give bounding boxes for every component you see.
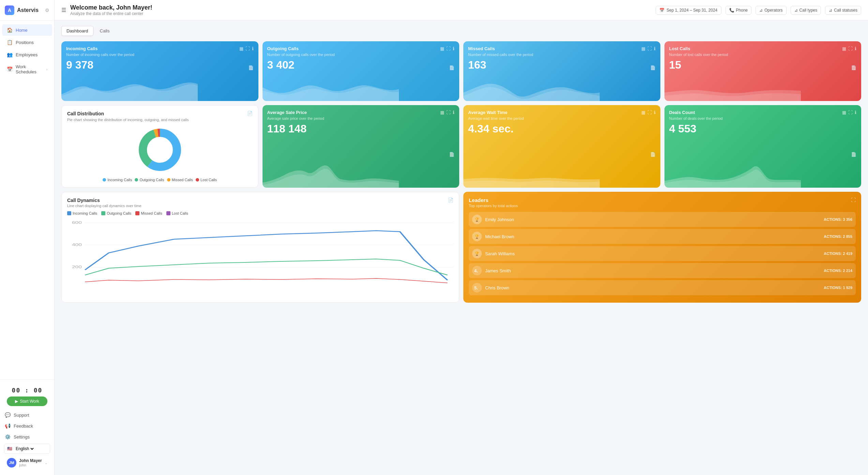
sidebar-item-settings[interactable]: ⚙️ Settings bbox=[2, 431, 52, 442]
leader-actions-3: ACTIONS: 2 214 bbox=[824, 269, 852, 273]
expand-icon-3[interactable]: ⛶ bbox=[647, 46, 652, 51]
sidebar-item-feedback[interactable]: 📢 Feedback bbox=[2, 420, 52, 431]
distribution-doc-icon[interactable]: 📄 bbox=[247, 111, 253, 116]
lost-calls-value: 15 bbox=[669, 59, 857, 71]
sidebar-bottom: 00 : 00 ▶ Start Work 💬 Support 📢 Feedbac… bbox=[0, 379, 54, 475]
language-dropdown[interactable]: English bbox=[14, 446, 35, 451]
info-icon-2[interactable]: ℹ bbox=[453, 46, 454, 51]
operators-filter[interactable]: ⊿ Operators bbox=[755, 6, 786, 15]
doc-icon[interactable]: 📄 bbox=[248, 65, 254, 70]
sidebar-item-employees[interactable]: 👥 Employees bbox=[2, 49, 52, 60]
info-icon-6[interactable]: ℹ bbox=[654, 110, 656, 115]
leader-actions-2: ACTIONS: 2 419 bbox=[824, 251, 852, 256]
doc-icon-3[interactable]: 📄 bbox=[650, 65, 656, 70]
gear-icon: ⚙️ bbox=[5, 434, 10, 440]
sidebar-item-home-label: Home bbox=[16, 28, 28, 33]
legend-outgoing: Outgoing Calls bbox=[135, 178, 164, 182]
bar-chart-icon[interactable]: ▦ bbox=[239, 46, 243, 51]
deals-count-wave bbox=[664, 160, 801, 188]
leader-avatar-0: 🏆 bbox=[472, 215, 482, 224]
doc-icon-4[interactable]: 📄 bbox=[851, 65, 856, 70]
expand-icon[interactable]: ⛶ bbox=[245, 46, 250, 51]
dynamics-doc-icon[interactable]: 📄 bbox=[448, 198, 453, 203]
sidebar-item-positions-label: Positions bbox=[16, 40, 34, 45]
info-icon-7[interactable]: ℹ bbox=[855, 110, 856, 115]
incoming-calls-subtitle: Number of incoming calls over the period bbox=[66, 53, 254, 57]
doc-icon-7[interactable]: 📄 bbox=[851, 152, 856, 157]
language-selector[interactable]: 🇺🇸 English bbox=[4, 444, 50, 454]
dynamics-legend-lost: Lost Calls bbox=[166, 211, 188, 215]
lost-calls-subtitle: Number of lost calls over the period bbox=[669, 53, 857, 57]
legend-square-missed bbox=[135, 211, 139, 215]
expand-icon-4[interactable]: ⛶ bbox=[848, 46, 853, 51]
settings-icon[interactable]: ⚙ bbox=[45, 8, 49, 13]
expand-icon-5[interactable]: ⛶ bbox=[446, 110, 451, 115]
filter-icon: ⊿ bbox=[759, 8, 763, 13]
avg-wait-time-subtitle: Average wait time over the period bbox=[468, 116, 656, 120]
lost-calls-wave bbox=[664, 74, 801, 101]
svg-text:200: 200 bbox=[72, 265, 82, 269]
missed-calls-value: 163 bbox=[468, 59, 656, 71]
bar-chart-icon-2[interactable]: ▦ bbox=[440, 46, 444, 51]
sidebar-item-work-schedules-label: Work Schedules bbox=[16, 64, 43, 74]
page-subtitle: Analyze the data of the entire call cent… bbox=[70, 11, 152, 16]
bar-chart-icon-7[interactable]: ▦ bbox=[842, 110, 846, 115]
user-chevron-icon: ⌄ bbox=[45, 461, 47, 465]
tab-calls[interactable]: Calls bbox=[95, 26, 115, 36]
user-profile[interactable]: JM John Mayer john ⌄ bbox=[4, 455, 50, 470]
outgoing-calls-subtitle: Number of outgoing calls over the period bbox=[267, 53, 455, 57]
expand-icon-2[interactable]: ⛶ bbox=[446, 46, 451, 51]
bar-chart-icon-3[interactable]: ▦ bbox=[641, 46, 645, 51]
bottom-row: Call Dynamics Line chart displaying call… bbox=[61, 192, 861, 303]
hamburger-icon[interactable]: ☰ bbox=[61, 7, 66, 13]
info-icon-4[interactable]: ℹ bbox=[855, 46, 856, 51]
leader-item-0: 🏆 Emily Johnson ACTIONS: 3 356 bbox=[469, 212, 856, 227]
bar-chart-icon-6[interactable]: ▦ bbox=[641, 110, 645, 115]
info-icon-3[interactable]: ℹ bbox=[654, 46, 656, 51]
expand-icon-6[interactable]: ⛶ bbox=[647, 110, 652, 115]
call-dynamics-chart: 600 400 200 bbox=[67, 219, 453, 287]
date-range-filter[interactable]: 📅 Sep 1, 2024 – Sep 31, 2024 bbox=[656, 6, 721, 15]
start-work-button[interactable]: ▶ Start Work bbox=[7, 397, 47, 406]
leader-actions-0: ACTIONS: 3 356 bbox=[824, 217, 852, 221]
sidebar-item-work-schedules[interactable]: 📅 Work Schedules › bbox=[2, 61, 52, 77]
chevron-right-icon: › bbox=[46, 68, 47, 71]
user-role: john bbox=[19, 463, 42, 467]
leaders-subtitle: Top operators by total actions bbox=[469, 204, 518, 208]
avg-sale-wave bbox=[263, 160, 399, 188]
bar-chart-icon-5[interactable]: ▦ bbox=[440, 110, 444, 115]
info-icon-5[interactable]: ℹ bbox=[453, 110, 454, 115]
deals-count-value: 4 553 bbox=[669, 123, 857, 135]
info-icon[interactable]: ℹ bbox=[252, 46, 254, 51]
expand-icon-7[interactable]: ⛶ bbox=[848, 110, 853, 115]
page-title: Welcome back, John Mayer! bbox=[70, 4, 152, 11]
leader-name-3: James Smith bbox=[485, 268, 820, 273]
leaders-expand-icon[interactable]: ⛶ bbox=[851, 197, 856, 203]
legend-square-incoming bbox=[67, 211, 71, 215]
date-range-text: Sep 1, 2024 – Sep 31, 2024 bbox=[667, 8, 717, 13]
call-types-filter[interactable]: ⊿ Call types bbox=[791, 6, 821, 15]
doc-icon-5[interactable]: 📄 bbox=[449, 152, 454, 157]
call-statuses-filter-icon: ⊿ bbox=[829, 8, 832, 13]
dynamics-legend-missed: Missed Calls bbox=[135, 211, 162, 215]
phone-filter[interactable]: 📞 Phone bbox=[725, 6, 752, 15]
leader-item-3: 4. James Smith ACTIONS: 2 214 bbox=[469, 263, 856, 278]
call-dynamics-card: Call Dynamics Line chart displaying call… bbox=[61, 192, 459, 303]
bar-chart-icon-4[interactable]: ▦ bbox=[842, 46, 846, 51]
leader-name-1: Michael Brown bbox=[485, 234, 820, 239]
home-icon: 🏠 bbox=[7, 27, 12, 33]
missed-calls-subtitle: Number of missed calls over the period bbox=[468, 53, 656, 57]
flag-icon: 🇺🇸 bbox=[7, 446, 12, 451]
sidebar-item-positions[interactable]: 📋 Positions bbox=[2, 37, 52, 48]
missed-calls-title: Missed Calls bbox=[468, 46, 495, 51]
legend-incoming: Incoming Calls bbox=[103, 178, 132, 182]
deals-count-title: Deals Count bbox=[669, 110, 695, 115]
distribution-legend: Incoming Calls Outgoing Calls Missed Cal… bbox=[67, 178, 253, 182]
tab-dashboard[interactable]: Dashboard bbox=[61, 26, 93, 36]
sidebar-item-home[interactable]: 🏠 Home bbox=[2, 24, 52, 36]
sidebar-item-support[interactable]: 💬 Support bbox=[2, 409, 52, 420]
doc-icon-6[interactable]: 📄 bbox=[650, 152, 656, 157]
avg-wait-time-card: Average Wait Time ▦ ⛶ ℹ Average wait tim… bbox=[463, 105, 660, 188]
doc-icon-2[interactable]: 📄 bbox=[449, 65, 454, 70]
call-statuses-filter[interactable]: ⊿ Call statuses bbox=[825, 6, 861, 15]
